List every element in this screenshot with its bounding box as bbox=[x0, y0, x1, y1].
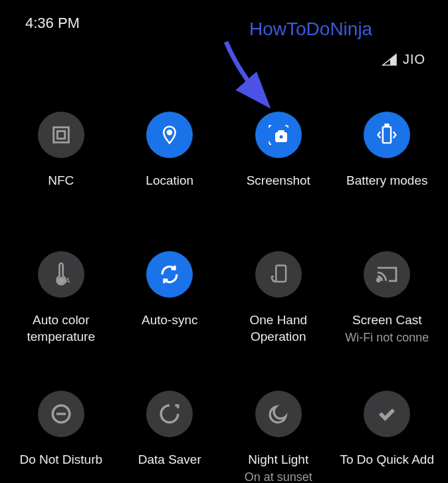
tile-label: Do Not Disturb bbox=[15, 452, 106, 468]
tile-todo-quick-add[interactable]: To Do Quick Add bbox=[333, 384, 442, 483]
svg-rect-6 bbox=[383, 127, 391, 143]
svg-rect-4 bbox=[279, 131, 284, 134]
nfc-icon bbox=[38, 112, 84, 158]
svg-rect-1 bbox=[57, 131, 64, 138]
screenshot-icon bbox=[255, 112, 302, 158]
thermometer-icon: A bbox=[38, 251, 84, 298]
cast-icon bbox=[364, 251, 410, 298]
tile-label: Auto color temperature bbox=[7, 312, 116, 345]
carrier-label: JIO bbox=[403, 52, 425, 67]
tile-label: Location bbox=[142, 173, 197, 189]
tile-label: Battery modes bbox=[342, 173, 432, 189]
watermark-text: HowToDoNinja bbox=[249, 19, 372, 40]
svg-rect-7 bbox=[386, 124, 389, 127]
tile-label: Auto-sync bbox=[138, 312, 201, 329]
tile-label: Data Saver bbox=[134, 452, 205, 468]
tile-nfc[interactable]: NFC bbox=[7, 105, 116, 244]
signal-icon bbox=[382, 53, 397, 66]
tile-screenshot[interactable]: Screenshot bbox=[224, 105, 333, 244]
quick-settings-grid: NFC Location Screenshot bbox=[0, 32, 448, 483]
tile-auto-sync[interactable]: Auto-sync bbox=[116, 244, 225, 384]
dnd-icon bbox=[38, 391, 84, 437]
svg-text:A: A bbox=[65, 277, 70, 284]
tile-label: Screen Cast bbox=[348, 312, 426, 329]
tile-label: Night Light bbox=[244, 452, 312, 468]
tile-screen-cast[interactable]: Screen Cast Wi-Fi not conne bbox=[333, 244, 442, 384]
status-bar: 4:36 PM bbox=[0, 0, 448, 32]
battery-icon bbox=[364, 112, 410, 158]
svg-point-8 bbox=[58, 278, 64, 283]
svg-point-2 bbox=[168, 130, 171, 134]
location-icon bbox=[146, 112, 193, 158]
tile-label: To Do Quick Add bbox=[336, 452, 438, 468]
check-icon bbox=[364, 391, 410, 437]
tile-sublabel: On at sunset bbox=[245, 470, 312, 483]
status-right: JIO bbox=[382, 52, 425, 67]
sync-icon bbox=[146, 251, 193, 298]
onehand-icon bbox=[255, 251, 302, 298]
tile-data-saver[interactable]: Data Saver bbox=[116, 384, 225, 483]
tile-location[interactable]: Location bbox=[116, 105, 225, 244]
svg-point-5 bbox=[279, 135, 283, 140]
tile-sublabel: Wi-Fi not conne bbox=[345, 330, 429, 345]
tile-do-not-disturb[interactable]: Do Not Disturb bbox=[7, 384, 116, 483]
tile-auto-color-temp[interactable]: A Auto color temperature bbox=[7, 244, 116, 384]
tile-label: One Hand Operation bbox=[224, 312, 333, 345]
moon-icon bbox=[255, 391, 302, 437]
svg-rect-0 bbox=[53, 128, 68, 143]
tile-battery-modes[interactable]: Battery modes bbox=[333, 105, 442, 244]
svg-rect-10 bbox=[276, 265, 286, 282]
tile-label: Screenshot bbox=[243, 173, 314, 189]
tile-night-light[interactable]: Night Light On at sunset bbox=[224, 384, 333, 483]
tile-label: NFC bbox=[44, 173, 78, 189]
svg-point-11 bbox=[378, 278, 380, 281]
clock-time: 4:36 PM bbox=[25, 15, 80, 32]
datasaver-icon bbox=[146, 391, 193, 437]
tile-one-hand[interactable]: One Hand Operation bbox=[224, 244, 333, 384]
